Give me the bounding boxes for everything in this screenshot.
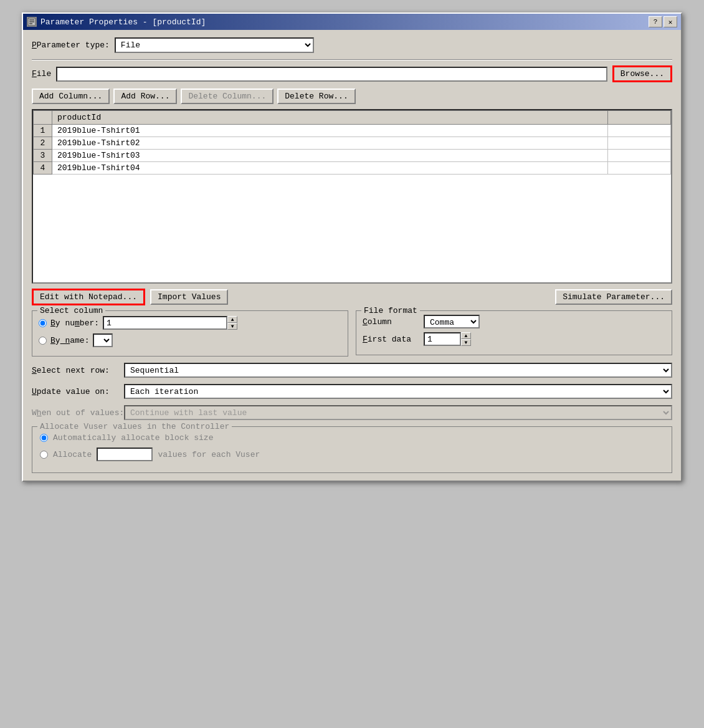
first-data-up[interactable]: ▲: [461, 332, 471, 339]
row-cell-productId: 2019blue-Tshirt03: [52, 150, 608, 162]
row-number: 3: [34, 150, 52, 162]
select-column-group: Select column By number: 1 ▲ ▼: [32, 310, 348, 357]
param-type-label: PParameter type:: [32, 41, 110, 50]
add-row-button[interactable]: Add Row...: [113, 89, 177, 104]
column-format-row: Column Comma Tab Space: [363, 315, 665, 328]
by-name-row: By name:: [39, 333, 341, 347]
select-next-row-select[interactable]: Sequential Random Unique Same Line as: [124, 363, 672, 378]
auto-allocate-row: Automatically allocate block size: [40, 433, 664, 443]
first-data-label: First data: [363, 335, 419, 344]
row-cell-empty: [607, 125, 670, 137]
first-data-row: First data 1 ▲ ▼: [363, 332, 665, 346]
allocate-vuser-title: Allocate Vuser values in the Controller: [37, 422, 232, 431]
by-name-select[interactable]: [93, 333, 113, 347]
first-data-input[interactable]: 1: [424, 332, 461, 346]
update-value-on-row: Update value on: Each iteration Each occ…: [32, 384, 672, 399]
bottom-buttons-row: Edit with Notepad... Import Values Simul…: [32, 289, 672, 305]
file-input[interactable]: productId.dat: [56, 67, 607, 82]
auto-allocate-radio[interactable]: [40, 434, 48, 442]
add-column-button[interactable]: Add Column...: [32, 89, 110, 104]
table-row: 1 2019blue-Tshirt01: [34, 125, 671, 137]
select-column-section: Select column By number: 1 ▲ ▼: [32, 310, 348, 363]
data-table: productId 1 2019blue-Tshirt01 2 2019blue…: [33, 110, 671, 175]
by-number-label: By number:: [50, 318, 99, 328]
row-cell-productId: 2019blue-Tshirt01: [52, 125, 608, 137]
file-label: File: [32, 69, 51, 79]
toolbar-row: Add Column... Add Row... Delete Column..…: [32, 89, 672, 104]
two-col-section: Select column By number: 1 ▲ ▼: [32, 310, 672, 363]
row-cell-empty: [607, 137, 670, 150]
manual-allocate-label: Allocate: [53, 450, 92, 459]
column-format-select[interactable]: Comma Tab Space: [424, 315, 480, 328]
column-label: Column: [363, 317, 419, 327]
first-data-spinner: 1 ▲ ▼: [424, 332, 471, 346]
select-next-row-row: Select next row: Sequential Random Uniqu…: [32, 363, 672, 378]
table-row: 2 2019blue-Tshirt02: [34, 137, 671, 150]
table-row: 4 2019blue-Tshirt04: [34, 162, 671, 175]
edit-notepad-button[interactable]: Edit with Notepad...: [32, 289, 145, 305]
dialog-parameter-properties: Parameter Properties - [productId] ? ✕ P…: [22, 12, 682, 482]
data-table-container: productId 1 2019blue-Tshirt01 2 2019blue…: [32, 109, 672, 284]
update-value-on-select[interactable]: Each iteration Each occurrence Once: [124, 384, 672, 399]
by-number-up[interactable]: ▲: [227, 316, 237, 323]
by-name-dropdown-container: [93, 333, 113, 347]
row-num-header: [34, 111, 52, 125]
row-number: 1: [34, 125, 52, 137]
values-for-each-vuser: values for each Vuser: [158, 450, 260, 459]
title-text: Parameter Properties - [productId]: [40, 17, 206, 27]
dialog-icon: [27, 17, 37, 27]
allocate-input[interactable]: [97, 448, 153, 461]
by-number-row: By number: 1 ▲ ▼: [39, 316, 341, 330]
manual-allocate-radio[interactable]: [40, 451, 48, 459]
simulate-parameter-button[interactable]: Simulate Parameter...: [555, 289, 672, 305]
update-value-on-label: Update value on:: [32, 387, 119, 396]
by-name-radio[interactable]: [39, 337, 47, 345]
param-type-select[interactable]: File: [115, 37, 314, 53]
when-out-of-values-select[interactable]: Continue with last value Abort Vuser Cyc…: [124, 405, 672, 420]
by-number-input[interactable]: 1: [103, 316, 227, 330]
file-format-section: File format Column Comma Tab Space: [356, 310, 672, 363]
when-out-of-values-row: When out of values: Continue with last v…: [32, 405, 672, 420]
row-cell-empty: [607, 150, 670, 162]
file-row: File productId.dat Browse...: [32, 65, 672, 82]
param-type-row: PParameter type: File: [32, 37, 672, 53]
table-row: 3 2019blue-Tshirt03: [34, 150, 671, 162]
file-format-title: File format: [361, 306, 420, 315]
auto-allocate-label: Automatically allocate block size: [53, 433, 213, 443]
browse-button[interactable]: Browse...: [612, 65, 672, 82]
by-name-label: By name:: [50, 336, 89, 345]
by-number-radio[interactable]: [39, 319, 47, 327]
row-number: 2: [34, 137, 52, 150]
row-cell-productId: 2019blue-Tshirt02: [52, 137, 608, 150]
help-button[interactable]: ?: [649, 16, 662, 27]
separator-1: [32, 59, 672, 60]
by-number-spinner: 1 ▲ ▼: [103, 316, 237, 330]
select-column-title: Select column: [37, 306, 105, 315]
close-button[interactable]: ✕: [664, 16, 677, 27]
row-cell-productId: 2019blue-Tshirt04: [52, 162, 608, 175]
manual-allocate-row: Allocate values for each Vuser: [40, 448, 664, 461]
title-bar: Parameter Properties - [productId] ? ✕: [23, 14, 681, 30]
delete-column-button[interactable]: Delete Column...: [181, 89, 274, 104]
row-number: 4: [34, 162, 52, 175]
allocate-vuser-group: Allocate Vuser values in the Controller …: [32, 426, 672, 473]
file-format-group: File format Column Comma Tab Space: [356, 310, 672, 355]
delete-row-button[interactable]: Delete Row...: [277, 89, 355, 104]
select-next-row-label: Select next row:: [32, 366, 119, 375]
by-number-down[interactable]: ▼: [227, 323, 237, 330]
col-header-empty: [607, 111, 670, 125]
when-out-of-values-label: When out of values:: [32, 408, 119, 418]
import-values-button[interactable]: Import Values: [150, 289, 228, 305]
first-data-down[interactable]: ▼: [461, 339, 471, 346]
row-cell-empty: [607, 162, 670, 175]
col-header-productId: productId: [52, 111, 608, 125]
